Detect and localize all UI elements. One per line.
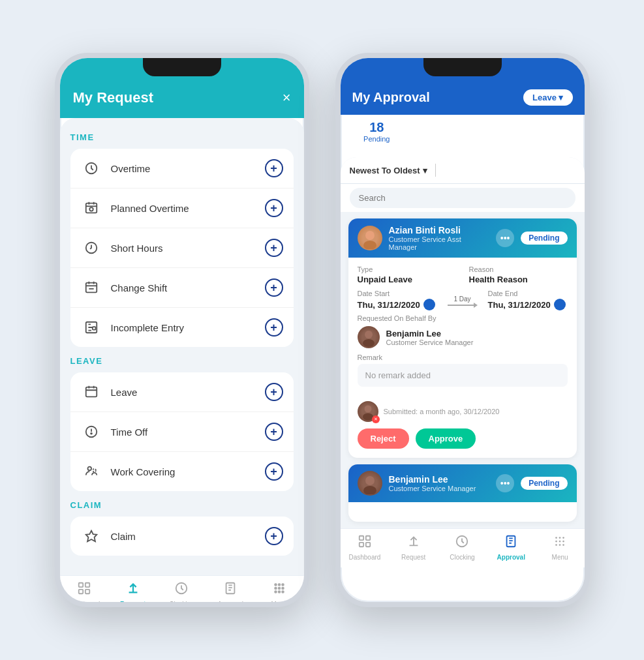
svg-point-33 <box>365 331 373 338</box>
right-nav-request[interactable]: Request <box>389 534 438 561</box>
short-hours-add-btn[interactable]: + <box>265 239 283 257</box>
card-2-avatar <box>358 471 382 496</box>
right-approval-icon <box>504 534 518 552</box>
card-2-more-btn[interactable]: ••• <box>496 474 514 492</box>
remark-label: Remark <box>358 353 568 361</box>
menu-item-work-covering[interactable]: Work Covering + <box>70 452 294 491</box>
svg-rect-15 <box>79 590 83 593</box>
right-nav-dashboard[interactable]: Dashboard <box>341 534 390 561</box>
leave-label: Leave <box>111 387 265 398</box>
svg-rect-39 <box>360 536 363 540</box>
card-1-avatar <box>358 226 382 250</box>
menu-item-overtime[interactable]: Overtime + <box>70 149 294 188</box>
remark-box: No remark added <box>358 364 568 387</box>
card-2-header: Benjamin Lee Customer Service Manager ••… <box>348 464 577 502</box>
svg-point-38 <box>365 476 375 485</box>
close-button[interactable]: × <box>283 89 291 106</box>
reject-button[interactable]: Reject <box>358 428 409 449</box>
date-end-dot <box>554 299 566 310</box>
left-nav-clocking[interactable]: Clocking <box>157 581 206 607</box>
date-end-label: Date End <box>488 290 568 297</box>
work-covering-add-btn[interactable]: + <box>265 462 283 481</box>
search-input[interactable] <box>350 188 575 208</box>
planned-overtime-label: Planned Overtime <box>111 203 265 214</box>
menu-item-incomplete-entry[interactable]: Incomplete Entry + <box>70 308 294 347</box>
svg-point-27 <box>282 591 284 593</box>
change-shift-label: Change Shift <box>111 282 265 293</box>
card-1-body: Type Unpaid Leave Reason Health Reason D… <box>348 258 577 395</box>
menu-item-leave[interactable]: Leave + <box>70 372 294 412</box>
approval-icon <box>223 581 238 599</box>
planned-overtime-add-btn[interactable]: + <box>265 199 283 217</box>
tab-rejected[interactable]: 2 Rejected <box>465 115 517 148</box>
svg-point-49 <box>559 541 561 543</box>
leave-dropdown-btn[interactable]: Leave ▾ <box>523 89 572 106</box>
left-bottom-nav: Dashboard Request Clocking Approval <box>60 575 304 607</box>
phone-notch <box>143 58 221 76</box>
right-nav-request-label: Request <box>401 554 425 561</box>
menu-icon <box>272 581 286 599</box>
filter-bar: Newest To Oldest ▾ <box>341 157 585 184</box>
menu-item-short-hours[interactable]: Short Hours + <box>70 228 294 268</box>
pending-label: Pending <box>354 135 401 143</box>
svg-point-30 <box>365 231 375 240</box>
card-1-type-value: Unpaid Leave <box>358 275 456 284</box>
left-nav-request[interactable]: Request <box>108 581 157 607</box>
menu-item-change-shift[interactable]: Change Shift + <box>70 268 294 308</box>
right-nav-clocking[interactable]: Clocking <box>438 534 487 561</box>
claim-add-btn[interactable]: + <box>265 527 283 545</box>
right-nav-approval[interactable]: Approval <box>487 534 536 561</box>
svg-rect-41 <box>360 543 363 547</box>
approved-label: Approved <box>410 135 457 143</box>
approval-card-2: Benjamin Lee Customer Service Manager ••… <box>348 464 577 522</box>
leave-menu-group: Leave + Time Off + <box>70 372 294 491</box>
card-1-more-btn[interactable]: ••• <box>496 229 514 247</box>
overtime-icon <box>81 158 102 179</box>
svg-rect-42 <box>366 543 370 547</box>
left-nav-approval-label: Approval <box>218 601 243 607</box>
approve-button[interactable]: Approve <box>416 428 476 449</box>
svg-rect-14 <box>85 583 89 587</box>
tab-approved[interactable]: 20 Approved <box>408 115 460 148</box>
menu-item-claim[interactable]: Claim + <box>70 517 294 556</box>
right-nav-clocking-label: Clocking <box>450 554 474 561</box>
approval-cards: Azian Binti Rosli Customer Service Asst … <box>341 212 585 528</box>
work-covering-label: Work Covering <box>111 466 265 477</box>
left-nav-clocking-label: Clocking <box>169 601 194 607</box>
left-nav-approval[interactable]: Approval <box>206 581 255 607</box>
svg-point-20 <box>279 584 281 586</box>
svg-point-37 <box>363 486 376 494</box>
right-nav-menu[interactable]: Menu <box>536 534 585 561</box>
filter-dropdown[interactable]: Newest To Oldest ▾ <box>350 166 427 175</box>
date-end-value: Thu, 31/12/2020 <box>488 300 551 310</box>
tab-cancelled[interactable]: 6 Cancelled <box>522 115 574 148</box>
menu-item-time-off[interactable]: Time Off + <box>70 412 294 452</box>
search-bar <box>341 184 585 212</box>
clocking-icon <box>174 581 189 599</box>
right-phone: My Approval Leave ▾ 18 Pending 20 Approv… <box>335 53 590 607</box>
date-start-label: Date Start <box>358 290 437 297</box>
short-hours-icon <box>81 237 102 258</box>
change-shift-add-btn[interactable]: + <box>265 278 283 297</box>
leave-icon <box>81 382 102 402</box>
incomplete-entry-add-btn[interactable]: + <box>265 318 283 337</box>
card-1-type-row: Type Unpaid Leave Reason Health Reason <box>358 265 568 284</box>
tab-pending[interactable]: 18 Pending <box>351 115 403 148</box>
card-2-status-badge: Pending <box>521 477 567 490</box>
left-nav-dashboard[interactable]: Dashboard <box>60 581 109 607</box>
time-off-add-btn[interactable]: + <box>265 423 283 441</box>
card-2-info: Benjamin Lee Customer Service Manager <box>389 474 490 492</box>
svg-point-9 <box>91 433 92 434</box>
leave-add-btn[interactable]: + <box>265 383 283 401</box>
svg-rect-13 <box>79 583 83 587</box>
claim-label: Claim <box>111 531 265 542</box>
overtime-add-btn[interactable]: + <box>265 159 283 177</box>
type-label: Type <box>358 265 456 273</box>
menu-item-planned-overtime[interactable]: Planned Overtime + <box>70 188 294 228</box>
svg-point-46 <box>559 537 561 539</box>
claim-menu-group: Claim + <box>70 517 294 556</box>
svg-point-47 <box>562 537 564 539</box>
left-nav-menu[interactable]: Menu <box>255 581 304 607</box>
filter-arrow: ▾ <box>423 166 427 175</box>
time-menu-group: Overtime + Planned Overtime + <box>70 149 294 347</box>
